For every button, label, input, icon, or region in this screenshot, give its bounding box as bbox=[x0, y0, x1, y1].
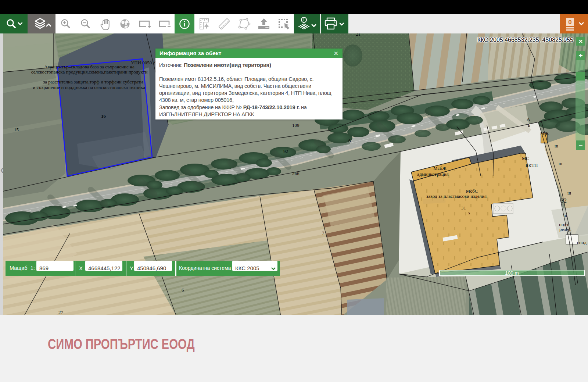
svg-text:0: 0 bbox=[568, 19, 571, 26]
svg-text:МС: МС bbox=[522, 156, 529, 161]
svg-text:А: А bbox=[527, 116, 530, 122]
svg-text:БКТП: БКТП bbox=[526, 163, 538, 168]
svg-text:УПИ 005019: УПИ 005019 bbox=[131, 60, 157, 65]
svg-text:администрация: администрация bbox=[417, 171, 448, 177]
svg-text:селскостопанска продукция,семе: селскостопанска продукция,семена,пакетир… bbox=[31, 69, 148, 75]
svg-text:ш: ш bbox=[563, 213, 567, 218]
svg-text:ш: ш bbox=[567, 190, 571, 196]
svg-text:32: 32 bbox=[561, 197, 567, 204]
svg-text:МЖ: МЖ bbox=[540, 131, 549, 136]
svg-text:5: 5 bbox=[468, 211, 470, 215]
svg-text:16: 16 bbox=[101, 113, 106, 119]
svg-text:Агроцентър–складова база за съ: Агроцентър–складова база за съхранение н… bbox=[44, 64, 135, 69]
svg-text:ш: ш bbox=[559, 161, 562, 166]
svg-text:109: 109 bbox=[292, 122, 300, 128]
svg-text:Б: Б bbox=[528, 122, 530, 128]
svg-text:31: 31 bbox=[461, 205, 466, 211]
svg-text:15: 15 bbox=[14, 127, 19, 132]
svg-text:21: 21 bbox=[356, 33, 361, 37]
svg-text:за разстителна защита,торф и т: за разстителна защита,торф и торфени суб… bbox=[43, 79, 143, 85]
svg-text:резер.: резер. bbox=[559, 226, 571, 232]
svg-text:сонд.: сонд. bbox=[577, 240, 588, 245]
svg-text:6: 6 bbox=[182, 287, 184, 293]
svg-text:7: 7 bbox=[322, 230, 325, 236]
svg-text:А: А bbox=[348, 138, 351, 143]
svg-text:266: 266 bbox=[292, 171, 300, 176]
svg-text:МсбЖ: МсбЖ bbox=[433, 165, 447, 171]
svg-text:и съхранение и поддръжка на се: и съхранение и поддръжка на селскостопан… bbox=[33, 85, 145, 90]
svg-text:МсбС: МсбС bbox=[466, 188, 478, 194]
svg-text:92: 92 bbox=[283, 149, 288, 154]
svg-text:27: 27 bbox=[58, 310, 64, 315]
svg-text:ш: ш bbox=[555, 143, 558, 149]
svg-text:завод за пластмасови изделия: завод за пластмасови изделия bbox=[426, 193, 487, 199]
